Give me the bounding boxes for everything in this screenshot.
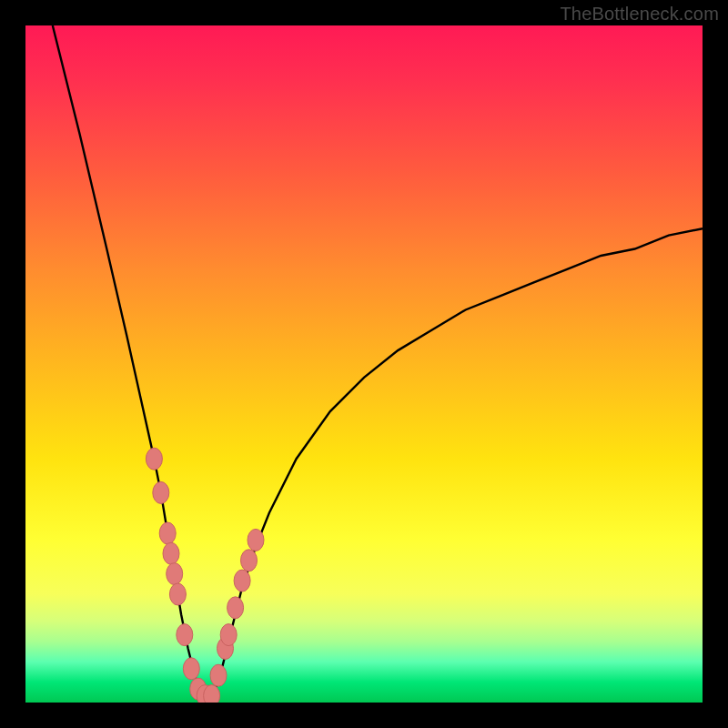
watermark-text: TheBottleneck.com	[560, 4, 719, 25]
data-marker	[234, 570, 250, 592]
data-marker	[177, 624, 193, 646]
data-marker	[163, 542, 179, 564]
data-marker	[146, 448, 162, 470]
marker-group	[146, 448, 264, 703]
chart-frame	[0, 0, 728, 728]
data-marker	[248, 529, 264, 551]
data-marker	[204, 685, 220, 703]
bottleneck-curve	[53, 25, 703, 696]
data-marker	[210, 664, 227, 686]
data-marker	[153, 481, 169, 503]
data-marker	[220, 624, 237, 646]
data-marker	[241, 550, 258, 571]
data-marker	[169, 583, 186, 605]
data-marker	[159, 522, 176, 544]
bottleneck-plot	[25, 25, 703, 703]
data-marker	[228, 597, 244, 619]
data-marker	[183, 658, 199, 680]
data-marker	[167, 563, 183, 585]
